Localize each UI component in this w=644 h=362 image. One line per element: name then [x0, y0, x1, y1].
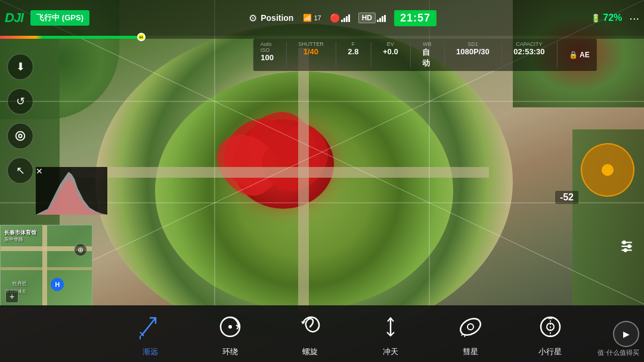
comet-label: 彗星	[463, 346, 478, 357]
rocket-icon	[374, 311, 407, 343]
svg-point-14	[623, 241, 626, 243]
mini-map-inner: 长春市体育馆 东中华路 牡丹匠 敬业路淮左 H ⊕ +	[1, 225, 92, 308]
asteroid-icon	[534, 311, 566, 343]
progress-dot: H	[137, 33, 145, 41]
sd-label: SD1	[467, 41, 478, 47]
res-value: 1080P/30	[456, 47, 490, 56]
progress-bar: H	[0, 36, 142, 39]
f-label: F	[352, 41, 355, 47]
toolbar-items: 渐远 环绕 螺旋	[92, 311, 608, 357]
bottom-toolbar: 渐远 环绕 螺旋	[0, 305, 644, 362]
download-button[interactable]: ⬇	[7, 54, 33, 80]
svg-point-16	[624, 249, 627, 251]
camera-switch-button[interactable]	[7, 123, 33, 149]
f-param: F 2.8	[348, 41, 358, 69]
position-label: Position	[261, 13, 293, 23]
hud-right: 🔋 72% ···	[591, 11, 639, 25]
cap-value: 02:53:30	[513, 47, 544, 56]
hd-label: HD	[358, 13, 376, 23]
rotate-button[interactable]: ↺	[7, 88, 33, 115]
hud-center: ⚙ Position 📶 17 🔴 HD	[94, 10, 591, 26]
hd-bars	[377, 14, 386, 22]
shutter-param: SHUTTER 1/40	[298, 41, 324, 69]
shutter-label: SHUTTER	[298, 41, 324, 47]
more-button[interactable]: ···	[629, 11, 639, 25]
wb-value: 自动	[422, 47, 432, 69]
signal-group: 📶 17 🔴 HD	[303, 10, 436, 26]
ae-lock-box: 🔒 AE	[569, 41, 590, 69]
rocket-label: 冲天	[383, 346, 398, 357]
map-center-button[interactable]: ⊕	[74, 243, 87, 256]
shutter-value: 1/40	[304, 47, 318, 56]
right-joystick[interactable]	[581, 143, 634, 197]
hd-indicator: HD	[358, 13, 386, 23]
position-mode: ⚙ Position	[249, 13, 293, 24]
toolbar-item-circle[interactable]: 环绕	[200, 311, 260, 357]
top-hud: DJI 飞行中 (GPS) ⚙ Position 📶 17 🔴	[0, 0, 644, 36]
divider-3	[370, 42, 371, 67]
wb-param: WB 自动	[422, 41, 432, 69]
divider-1	[286, 42, 287, 67]
toolbar-item-spiral[interactable]: 螺旋	[280, 311, 340, 357]
battery-icon: 🔋	[591, 14, 600, 23]
joystick-dot	[602, 164, 614, 176]
map-label-road: 东中华路	[4, 236, 23, 243]
map-zoom-plus[interactable]: +	[5, 290, 18, 303]
svg-point-24	[467, 324, 473, 330]
svg-line-17	[141, 318, 156, 336]
cap-param: CAPACITY 02:53:30	[513, 41, 544, 69]
lock-icon: 🔒	[569, 51, 578, 59]
divider-4	[410, 42, 411, 67]
flight-timer: 21:57	[394, 10, 436, 26]
ae-label: AE	[580, 51, 590, 59]
arrow-button[interactable]: ↖	[7, 157, 33, 184]
settings-slider-button[interactable]	[619, 239, 634, 258]
playback-button[interactable]: ▶	[613, 321, 639, 347]
gps-count: 17	[314, 14, 321, 21]
f-value: 2.8	[348, 47, 358, 56]
position-icon: ⚙	[249, 13, 257, 24]
transmission-icon: 🔴	[330, 13, 340, 23]
battery-percent: 72%	[603, 13, 622, 23]
fly-away-label: 渐远	[143, 346, 158, 357]
fly-away-icon	[134, 311, 166, 343]
svg-line-26	[465, 335, 465, 337]
svg-point-21	[228, 325, 232, 329]
spiral-label: 螺旋	[302, 346, 318, 357]
left-controls: ⬇ ↺ ↖	[7, 54, 33, 184]
divider-2	[336, 42, 336, 67]
iso-param: Auto ISO 100	[261, 41, 274, 69]
divider-6	[501, 42, 502, 67]
sd-param: SD1 1080P/30	[456, 41, 490, 69]
transmission-signal: 🔴	[330, 13, 350, 23]
iso-label: Auto ISO	[261, 41, 274, 53]
circle-label: 环绕	[222, 346, 238, 357]
mini-map[interactable]: 长春市体育馆 东中华路 牡丹匠 敬业路淮左 H ⊕ +	[0, 225, 92, 308]
comet-icon	[454, 311, 487, 343]
toolbar-item-asteroid[interactable]: 小行星	[521, 311, 580, 357]
toolbar-item-rocket[interactable]: 冲天	[361, 311, 420, 357]
ev-value: +0.0	[383, 47, 398, 56]
transmission-bars	[341, 14, 350, 22]
flight-status-badge: 飞行中 (GPS)	[30, 10, 89, 26]
dji-logo: DJI	[5, 10, 23, 26]
divider-7	[556, 42, 557, 67]
camera-settings-bar: Auto ISO 100 SHUTTER 1/40 F 2.8 EV +0.0 …	[253, 39, 597, 71]
map-location-label: 牡丹匠	[13, 280, 27, 287]
play-icon: ▶	[623, 329, 630, 339]
battery-group: 🔋 72%	[591, 13, 622, 23]
asteroid-label: 小行星	[538, 346, 562, 357]
svg-point-8	[16, 132, 25, 141]
histogram-close-btn[interactable]: ✕	[36, 166, 43, 177]
brand-watermark: 值⋅什么值得买	[597, 348, 639, 357]
toolbar-item-fly-away[interactable]: 渐远	[120, 311, 180, 357]
rc-signal-icon: 📶	[303, 14, 312, 22]
ev-label: EV	[387, 41, 394, 47]
spiral-icon	[294, 311, 326, 343]
map-home-marker: H	[51, 278, 64, 291]
histogram	[36, 167, 107, 215]
svg-point-15	[628, 245, 630, 247]
toolbar-right: ▶	[608, 321, 644, 347]
divider-5	[444, 42, 444, 67]
toolbar-item-comet[interactable]: 彗星	[441, 311, 500, 357]
